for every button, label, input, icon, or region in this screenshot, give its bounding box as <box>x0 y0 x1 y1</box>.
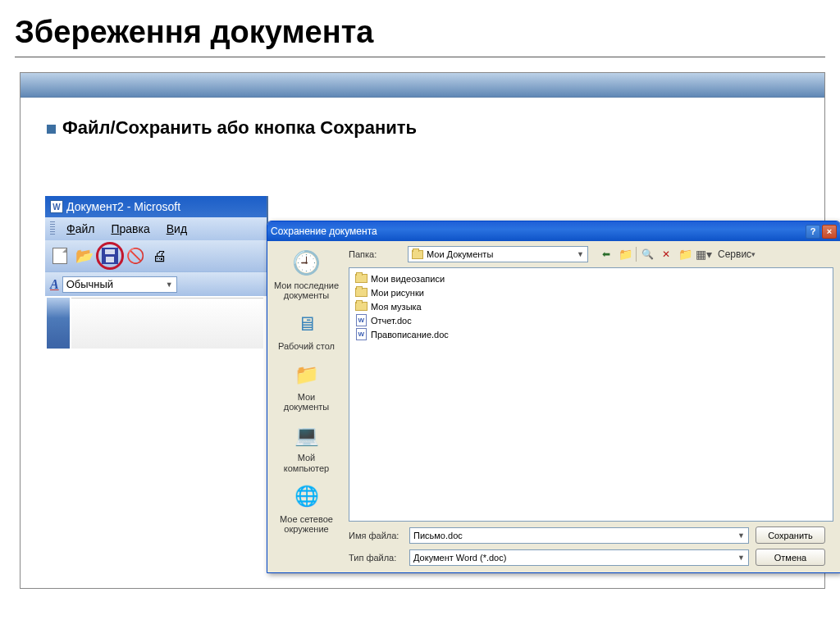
filename-value: Письмо.doc <box>413 531 463 540</box>
lookin-value: Мои Документы <box>427 249 573 259</box>
title-underline <box>15 57 825 57</box>
new-folder-button[interactable]: 📁 <box>677 246 693 262</box>
word-stylebar: A Обычный ▼ <box>45 271 267 296</box>
list-item[interactable]: Мои рисунки <box>354 285 828 299</box>
folder-icon <box>354 301 368 312</box>
slide-container: Файл/Сохранить або кнопка Сохранить W До… <box>20 72 825 589</box>
place-recent[interactable]: 🕘 Мои последние документы <box>272 246 341 305</box>
search-button[interactable]: 🔍 <box>639 246 655 262</box>
chevron-down-icon: ▼ <box>577 250 584 258</box>
place-desktop[interactable]: 🖥 Рабочий стол <box>272 307 341 356</box>
up-one-level-button[interactable]: 📁 <box>617 246 633 262</box>
filename-label: Имя файла: <box>349 531 403 540</box>
file-name: Мои видеозаписи <box>371 274 445 284</box>
cancel-button[interactable]: Отмена <box>756 549 825 566</box>
file-name: Правописание.doc <box>371 330 449 340</box>
save-button[interactable] <box>100 246 120 266</box>
dialog-body: 🕘 Мои последние документы 🖥 Рабочий стол… <box>267 241 840 572</box>
place-my-docs[interactable]: 📁 Мои документы <box>272 358 341 417</box>
word-title: Документ2 - Microsoft <box>66 200 180 213</box>
cancel-button-label: Отмена <box>774 553 806 563</box>
back-button[interactable]: ⬅ <box>598 246 614 262</box>
recent-icon: 🕘 <box>293 249 321 277</box>
permission-button[interactable]: 🚫 <box>126 246 145 266</box>
filetype-label: Тип файла: <box>349 553 403 563</box>
places-bar: 🕘 Мои последние документы 🖥 Рабочий стол… <box>267 241 345 572</box>
bottom-controls: Имя файла: Письмо.doc ▼ Сохранить Тип фа… <box>349 526 833 566</box>
save-button-highlight <box>96 242 124 270</box>
style-combo[interactable]: Обычный ▼ <box>62 276 177 293</box>
word-toolbar: 📂 🚫 🖨 <box>45 240 267 271</box>
filetype-value: Документ Word (*.doc) <box>413 553 506 563</box>
dialog-main: Папка: Мои Документы ▼ ⬅ 📁 🔍 ✕ 📁 ▦▾ <box>345 241 840 572</box>
file-name: Моя музыка <box>371 302 422 312</box>
file-name: Мои рисунки <box>371 288 424 298</box>
open-button[interactable]: 📂 <box>75 246 94 266</box>
folder-icon <box>354 287 368 299</box>
word-window: W Документ2 - Microsoft Файл Правка Вид … <box>45 196 268 357</box>
place-label: Мои документы <box>274 392 340 412</box>
list-item[interactable]: Моя музыка <box>354 299 828 313</box>
dialog-title: Сохранение документа <box>271 226 377 237</box>
bullet-icon <box>47 125 56 134</box>
file-list[interactable]: Мои видеозаписи Мои рисунки Моя музыка О… <box>349 267 833 522</box>
place-label: Мои последние документы <box>274 280 340 300</box>
style-a-icon[interactable]: A <box>50 277 59 292</box>
place-network[interactable]: 🌐 Мое сетевое окружение <box>272 480 341 539</box>
word-doc-icon <box>354 315 368 326</box>
my-computer-icon: 💻 <box>293 422 321 449</box>
dialog-toolbar: ⬅ 📁 🔍 ✕ 📁 ▦▾ Сервис <box>598 246 759 262</box>
close-button[interactable]: × <box>822 225 837 239</box>
save-button[interactable]: Сохранить <box>756 526 825 544</box>
place-label: Мое сетевое окружение <box>274 514 340 534</box>
separator <box>636 247 637 262</box>
chevron-down-icon: ▼ <box>166 280 173 289</box>
slide-title: Збереження документа <box>0 0 840 55</box>
folder-icon <box>412 250 423 259</box>
filetype-combo[interactable]: Документ Word (*.doc) ▼ <box>409 549 749 566</box>
dialog-titlebar[interactable]: Сохранение документа ? × <box>267 221 840 241</box>
word-doc-icon <box>354 329 368 340</box>
grip-icon[interactable] <box>50 221 55 236</box>
lookin-label: Папка: <box>349 249 403 259</box>
slide-top-bar <box>21 73 824 98</box>
file-name: Отчет.doc <box>371 316 412 326</box>
word-titlebar[interactable]: W Документ2 - Microsoft <box>45 196 267 217</box>
help-button[interactable]: ? <box>806 225 820 239</box>
list-item[interactable]: Отчет.doc <box>354 313 828 327</box>
delete-button[interactable]: ✕ <box>658 246 674 262</box>
place-label: Мой компьютер <box>274 453 340 472</box>
tools-dropdown[interactable]: Сервис <box>714 246 759 262</box>
place-my-computer[interactable]: 💻 Мой компьютер <box>272 418 341 477</box>
desktop-icon: 🖥 <box>293 310 321 338</box>
chevron-down-icon: ▼ <box>737 531 745 540</box>
print-button[interactable]: 🖨 <box>150 246 170 266</box>
network-icon: 🌐 <box>293 483 321 511</box>
list-item[interactable]: Мои видеозаписи <box>354 271 828 285</box>
menu-view[interactable]: Вид <box>158 220 195 238</box>
bullet-row: Файл/Сохранить або кнопка Сохранить <box>21 98 824 147</box>
word-app-icon: W <box>50 200 63 213</box>
chevron-down-icon: ▼ <box>737 554 745 562</box>
save-dialog: Сохранение документа ? × 🕘 Мои последние… <box>267 221 840 573</box>
word-menubar: Файл Правка Вид <box>45 217 267 240</box>
new-doc-button[interactable] <box>50 246 70 266</box>
lookin-row: Папка: Мои Документы ▼ ⬅ 📁 🔍 ✕ 📁 ▦▾ <box>349 246 833 262</box>
views-button[interactable]: ▦▾ <box>696 246 712 262</box>
menu-file[interactable]: Файл <box>58 220 103 238</box>
word-ruler-area <box>45 296 267 352</box>
bullet-text: Файл/Сохранить або кнопка Сохранить <box>62 117 417 139</box>
save-button-label: Сохранить <box>768 531 813 540</box>
menu-edit[interactable]: Правка <box>103 220 158 238</box>
place-label: Рабочий стол <box>278 341 335 351</box>
list-item[interactable]: Правописание.doc <box>354 327 828 341</box>
lookin-combo[interactable]: Мои Документы ▼ <box>408 246 588 262</box>
folder-icon <box>354 273 368 285</box>
style-combo-value: Обычный <box>66 278 113 290</box>
my-docs-icon: 📁 <box>293 361 321 389</box>
filename-input[interactable]: Письмо.doc ▼ <box>409 527 749 544</box>
